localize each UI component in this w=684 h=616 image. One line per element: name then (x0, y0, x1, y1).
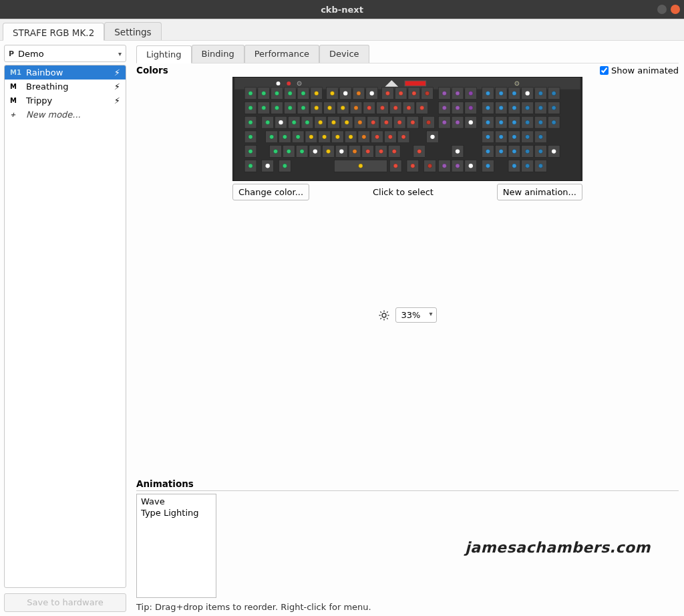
svg-point-155 (309, 135, 313, 139)
svg-point-129 (442, 120, 446, 124)
change-color-button[interactable]: Change color... (232, 184, 309, 200)
svg-line-256 (387, 311, 388, 313)
svg-point-141 (526, 120, 530, 124)
svg-point-227 (359, 164, 363, 168)
svg-point-41 (469, 92, 473, 96)
svg-point-241 (486, 164, 490, 168)
mode-item-trippy[interactable]: M Trippy ⚡ (5, 94, 126, 108)
svg-point-177 (512, 135, 516, 139)
svg-point-87 (469, 106, 473, 110)
tab-binding[interactable]: Binding (192, 45, 244, 63)
svg-point-157 (322, 135, 326, 139)
svg-point-171 (430, 135, 434, 139)
save-to-hardware-button[interactable]: Save to hardware (4, 593, 126, 612)
svg-point-85 (456, 106, 460, 110)
inner-tabs: Lighting Binding Performance Device (136, 45, 679, 63)
minimize-icon[interactable] (657, 5, 667, 14)
svg-point-93 (512, 106, 516, 110)
mode-item-breathing[interactable]: M Breathing ⚡ (5, 80, 126, 94)
svg-point-167 (388, 135, 392, 139)
svg-point-173 (486, 135, 490, 139)
svg-point-111 (319, 120, 323, 124)
svg-point-45 (499, 92, 503, 96)
svg-point-243 (512, 164, 516, 168)
svg-point-15 (288, 92, 292, 96)
svg-point-137 (499, 120, 503, 124)
svg-point-2 (277, 82, 281, 86)
svg-line-254 (387, 318, 388, 319)
device-tabs: STRAFE RGB MK.2 Settings (0, 19, 684, 41)
svg-point-73 (367, 106, 371, 110)
svg-point-49 (526, 92, 530, 96)
svg-point-197 (353, 149, 357, 153)
tab-device[interactable]: STRAFE RGB MK.2 (3, 23, 104, 41)
svg-point-97 (538, 106, 542, 110)
svg-point-51 (538, 92, 542, 96)
animations-heading: Animations (136, 478, 679, 491)
close-icon[interactable] (671, 5, 680, 14)
svg-point-195 (339, 149, 343, 153)
plus-icon: + (10, 111, 22, 118)
profile-select[interactable]: P Demo (4, 45, 126, 62)
svg-point-247 (538, 164, 542, 168)
svg-point-189 (300, 149, 304, 153)
mode-slot-icon: M1 (10, 69, 22, 76)
svg-point-37 (442, 92, 446, 96)
list-item[interactable]: Wave (141, 496, 212, 507)
brightness-select[interactable]: 33% (395, 307, 438, 323)
right-pane: Lighting Binding Performance Device Colo… (131, 41, 684, 616)
svg-point-245 (526, 164, 530, 168)
svg-point-105 (279, 120, 283, 124)
svg-point-113 (331, 120, 335, 124)
mode-label: Trippy (26, 96, 52, 106)
mode-slot-icon: M (10, 97, 22, 104)
tab-performance[interactable]: Performance (244, 45, 319, 63)
svg-point-77 (393, 106, 397, 110)
new-animation-button[interactable]: New animation... (497, 184, 582, 200)
svg-point-21 (330, 92, 334, 96)
svg-point-205 (417, 149, 421, 153)
show-animated-checkbox[interactable] (600, 66, 609, 75)
tab-lighting[interactable]: Lighting (136, 45, 192, 63)
animations-list[interactable]: Wave Type Lighting (136, 494, 216, 598)
mode-item-rainbow[interactable]: M1 Rainbow ⚡ (5, 65, 126, 80)
svg-line-253 (380, 311, 381, 313)
svg-point-63 (301, 106, 305, 110)
mode-item-new[interactable]: + New mode... (5, 108, 126, 122)
svg-point-17 (301, 92, 305, 96)
svg-point-209 (486, 149, 490, 153)
svg-point-35 (425, 92, 429, 96)
svg-point-53 (552, 92, 556, 96)
lightning-icon: ⚡ (114, 96, 120, 106)
svg-point-225 (283, 164, 287, 168)
svg-point-11 (262, 92, 266, 96)
svg-point-183 (248, 149, 252, 153)
svg-point-223 (266, 164, 270, 168)
tab-settings[interactable]: Settings (104, 22, 161, 40)
svg-point-47 (512, 92, 516, 96)
tab-device-inner[interactable]: Device (319, 45, 369, 63)
svg-point-67 (327, 106, 331, 110)
svg-point-95 (526, 106, 530, 110)
lightning-icon: ⚡ (114, 67, 120, 78)
svg-point-233 (428, 164, 432, 168)
mode-list[interactable]: M1 Rainbow ⚡ M Breathing ⚡ M Trippy ⚡ + … (4, 65, 126, 588)
svg-point-89 (486, 106, 490, 110)
svg-rect-6 (405, 81, 426, 86)
svg-point-7 (515, 82, 519, 86)
list-item[interactable]: Type Lighting (141, 507, 212, 518)
mode-label: Breathing (26, 82, 68, 92)
keyboard-preview[interactable] (232, 77, 582, 181)
svg-point-57 (262, 106, 266, 110)
svg-point-125 (411, 120, 415, 124)
svg-point-199 (366, 149, 370, 153)
lightning-icon: ⚡ (114, 82, 120, 92)
svg-point-239 (469, 164, 473, 168)
svg-point-75 (380, 106, 384, 110)
show-animated-toggle[interactable]: Show animated (600, 65, 679, 75)
svg-point-123 (397, 120, 401, 124)
svg-point-61 (288, 106, 292, 110)
mode-label: Rainbow (26, 67, 63, 78)
svg-point-175 (499, 135, 503, 139)
svg-point-99 (552, 106, 556, 110)
